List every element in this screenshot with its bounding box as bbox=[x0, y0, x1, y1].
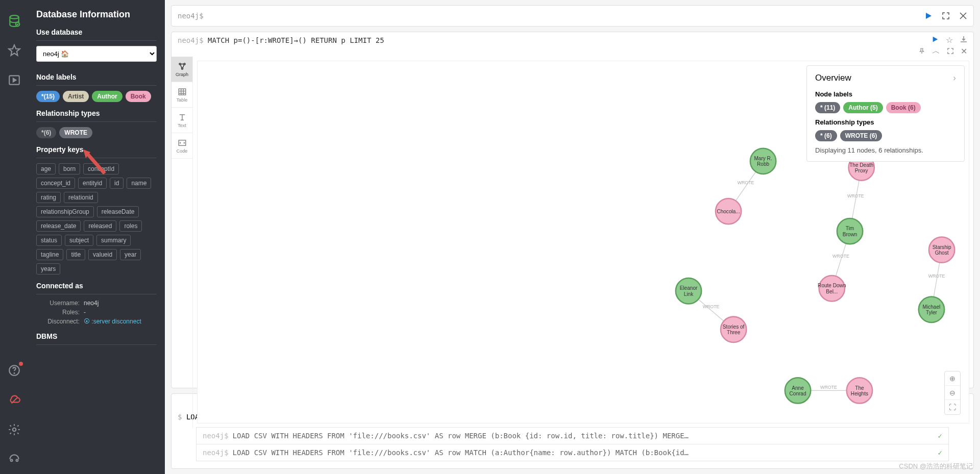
settings-icon[interactable] bbox=[7, 422, 22, 437]
prop-key-id[interactable]: id bbox=[110, 178, 124, 189]
svg-text:WROTE: WROTE bbox=[703, 304, 720, 309]
prop-key-year[interactable]: year bbox=[120, 249, 141, 260]
collapse-button[interactable]: ︿ bbox=[932, 46, 940, 57]
disconnect-label: Disconnect: bbox=[36, 318, 80, 325]
graph-node[interactable]: Mary R.Robb bbox=[750, 148, 776, 174]
prop-key-roles[interactable]: roles bbox=[119, 220, 142, 232]
prop-key-status[interactable]: status bbox=[36, 235, 62, 246]
graph-canvas[interactable]: WROTEWROTEWROTEWROTEWROTEWROTEMary R.Rob… bbox=[197, 61, 969, 423]
svg-point-46 bbox=[676, 278, 701, 304]
tab-text[interactable]: Text bbox=[172, 108, 192, 133]
star-icon[interactable] bbox=[7, 43, 22, 58]
prop-key-conceptId[interactable]: conceptId bbox=[83, 163, 119, 174]
sidebar-title: Database Information bbox=[36, 9, 157, 20]
prop-key-rating[interactable]: rating bbox=[36, 192, 61, 203]
result-frame: neo4j$ MATCH p=()-[r:WROTE]→() RETURN p … bbox=[171, 32, 974, 388]
prop-key-summary[interactable]: summary bbox=[96, 235, 131, 246]
svg-point-40 bbox=[929, 237, 954, 262]
ov-node-labels-heading: Node labels bbox=[815, 90, 956, 98]
graph-node[interactable]: TheHeights bbox=[847, 378, 872, 403]
connected-heading: Connected as bbox=[36, 282, 157, 294]
tab-code[interactable]: Code bbox=[172, 133, 192, 159]
ov-label-book[interactable]: Book (6) bbox=[886, 102, 921, 113]
close-button[interactable] bbox=[959, 12, 967, 20]
prop-key-released[interactable]: released bbox=[84, 220, 116, 232]
ov-rel-heading: Relationship types bbox=[815, 118, 956, 126]
graph-node[interactable]: Stories ofThree bbox=[721, 317, 746, 342]
rerun-button[interactable] bbox=[932, 36, 939, 45]
help-icon[interactable] bbox=[7, 363, 22, 378]
roles-value: - bbox=[84, 309, 86, 316]
result-query: neo4j$ MATCH p=()-[r:WROTE]→() RETURN p … bbox=[178, 36, 926, 44]
svg-point-37 bbox=[819, 276, 845, 301]
run-button[interactable] bbox=[924, 12, 933, 20]
prop-key-releaseDate[interactable]: releaseDate bbox=[97, 206, 139, 217]
svg-point-52 bbox=[785, 378, 811, 403]
prop-key-title[interactable]: title bbox=[66, 249, 85, 260]
cloud-warn-icon[interactable] bbox=[7, 392, 22, 408]
prop-key-years[interactable]: years bbox=[36, 263, 60, 275]
svg-point-4 bbox=[14, 373, 14, 373]
prop-key-subject[interactable]: subject bbox=[65, 235, 93, 246]
prop-key-name[interactable]: name bbox=[127, 178, 151, 189]
svg-point-8 bbox=[16, 459, 18, 461]
graph-node[interactable]: StarshipGhost bbox=[929, 237, 954, 262]
prop-key-age[interactable]: age bbox=[36, 163, 56, 174]
prop-key-relationid[interactable]: relationid bbox=[64, 192, 98, 203]
disconnect-link[interactable]: ⦿ :server disconnect bbox=[84, 318, 141, 325]
prop-key-valueid[interactable]: valueid bbox=[88, 249, 117, 260]
check-icon: ✓ bbox=[938, 432, 942, 440]
close-frame-button[interactable]: ✕ bbox=[961, 46, 967, 56]
ov-rel-wrote[interactable]: WROTE (6) bbox=[840, 130, 883, 141]
label-book[interactable]: Book bbox=[126, 91, 151, 102]
view-tabs: Graph Table Text Code bbox=[172, 57, 193, 428]
play-frame-icon[interactable] bbox=[7, 72, 22, 88]
svg-point-6 bbox=[12, 428, 16, 432]
graph-node[interactable]: Route DownBel... bbox=[818, 276, 846, 301]
svg-point-29 bbox=[716, 198, 741, 224]
graph-node[interactable]: Chocola... bbox=[716, 198, 741, 224]
tab-table[interactable]: Table bbox=[172, 82, 192, 108]
label-author[interactable]: Author bbox=[92, 91, 122, 102]
ov-label-author[interactable]: Author (5) bbox=[843, 102, 883, 113]
label-all[interactable]: *(15) bbox=[36, 91, 60, 102]
rel-wrote[interactable]: WROTE bbox=[59, 127, 92, 138]
pin-button[interactable] bbox=[919, 47, 925, 56]
label-artist[interactable]: Artist bbox=[63, 91, 89, 102]
database-icon[interactable] bbox=[7, 13, 22, 29]
overview-title: Overview bbox=[815, 73, 851, 83]
zoom-fit-button[interactable]: ⛶ bbox=[945, 400, 960, 414]
prop-key-entityid[interactable]: entityid bbox=[78, 178, 107, 189]
prop-key-born[interactable]: born bbox=[59, 163, 80, 174]
about-icon[interactable] bbox=[7, 452, 22, 467]
ov-label-all[interactable]: * (11) bbox=[815, 102, 840, 113]
fullscreen-button[interactable] bbox=[942, 12, 950, 20]
svg-point-26 bbox=[750, 148, 776, 174]
prop-key-relationshipGroup[interactable]: relationshipGroup bbox=[36, 206, 94, 217]
overview-panel: Overview› Node labels * (11) Author (5) … bbox=[806, 65, 965, 162]
rel-all[interactable]: *(6) bbox=[36, 127, 56, 138]
history-row[interactable]: neo4j$LOAD CSV WITH HEADERS FROM 'file:/… bbox=[196, 444, 949, 461]
prop-key-concept_id[interactable]: concept_id bbox=[36, 178, 75, 189]
zoom-in-button[interactable]: ⊕ bbox=[945, 371, 960, 386]
overview-collapse-icon[interactable]: › bbox=[953, 73, 956, 83]
prop-key-release_date[interactable]: release_date bbox=[36, 220, 81, 232]
prop-key-tagline[interactable]: tagline bbox=[36, 249, 63, 260]
query-editor[interactable]: neo4j$ bbox=[171, 5, 974, 27]
svg-text:WROTE: WROTE bbox=[847, 193, 864, 198]
expand-button[interactable] bbox=[947, 47, 953, 56]
zoom-out-button[interactable]: ⊖ bbox=[945, 386, 960, 400]
tab-graph[interactable]: Graph bbox=[172, 57, 192, 82]
use-db-heading: Use database bbox=[36, 28, 157, 41]
graph-node[interactable]: TimBrown bbox=[837, 218, 863, 244]
graph-node[interactable]: MichaelTyler bbox=[919, 297, 944, 322]
export-button[interactable] bbox=[960, 36, 967, 45]
history-row[interactable]: neo4j$LOAD CSV WITH HEADERS FROM 'file:/… bbox=[196, 427, 949, 444]
favorite-button[interactable]: ☆ bbox=[946, 35, 953, 45]
ov-rel-all[interactable]: * (6) bbox=[815, 130, 837, 141]
main-area: neo4j$ neo4j$ MATCH p=()-[r:WROTE]→() RE… bbox=[165, 0, 980, 474]
sidebar: Database Information Use database neo4j … bbox=[28, 0, 165, 474]
database-select[interactable]: neo4j 🏠 bbox=[36, 46, 157, 62]
graph-node[interactable]: EleanorLink bbox=[676, 278, 701, 304]
graph-node[interactable]: AnneConrad bbox=[785, 378, 811, 403]
